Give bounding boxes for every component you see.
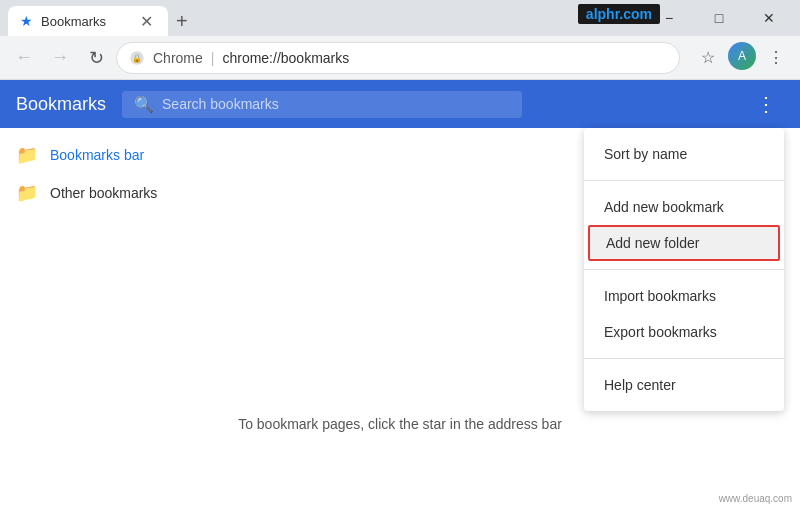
menu-divider bbox=[584, 180, 784, 181]
url-path: chrome://bookmarks bbox=[222, 50, 349, 66]
new-tab-button[interactable]: + bbox=[168, 6, 196, 36]
menu-item-add-folder[interactable]: Add new folder bbox=[588, 225, 780, 261]
lock-icon: 🔒 bbox=[129, 50, 145, 66]
folder-icon: 📁 bbox=[16, 144, 38, 166]
titlebar: ★ Bookmarks ✕ + alphr.com − □ ✕ bbox=[0, 0, 800, 36]
url-separator: | bbox=[211, 50, 215, 66]
logo-text: alphr.com bbox=[586, 6, 652, 22]
bookmarks-tab[interactable]: ★ Bookmarks ✕ bbox=[8, 6, 168, 36]
window-controls: − □ ✕ bbox=[646, 0, 792, 36]
tab-label: Bookmarks bbox=[41, 14, 106, 29]
more-options-button[interactable]: ⋮ bbox=[760, 42, 792, 74]
bookmarks-menu-button[interactable]: ⋮ bbox=[748, 86, 784, 122]
menu-item-import[interactable]: Import bookmarks bbox=[584, 278, 784, 314]
menu-item-sort-by-name[interactable]: Sort by name bbox=[584, 136, 784, 172]
bookmark-name: Bookmarks bar bbox=[50, 147, 144, 163]
url-right-icons: ☆ A ⋮ bbox=[692, 42, 792, 74]
menu-item-help[interactable]: Help center bbox=[584, 367, 784, 403]
avatar-initial: A bbox=[738, 49, 746, 63]
tab-area: ★ Bookmarks ✕ + bbox=[8, 0, 196, 36]
reload-button[interactable]: ↻ bbox=[80, 42, 112, 74]
menu-item-export[interactable]: Export bookmarks bbox=[584, 314, 784, 350]
tab-star-icon: ★ bbox=[20, 13, 33, 29]
url-bar[interactable]: 🔒 Chrome | chrome://bookmarks bbox=[116, 42, 680, 74]
close-window-button[interactable]: ✕ bbox=[746, 0, 792, 36]
svg-text:🔒: 🔒 bbox=[132, 52, 142, 62]
menu-item-add-bookmark[interactable]: Add new bookmark bbox=[584, 189, 784, 225]
watermark: www.deuaq.com bbox=[719, 493, 792, 504]
bookmarks-page-title: Bookmarks bbox=[16, 94, 106, 115]
dropdown-menu: Sort by name Add new bookmark Add new fo… bbox=[584, 128, 784, 411]
forward-button[interactable]: → bbox=[44, 42, 76, 74]
avatar[interactable]: A bbox=[728, 42, 756, 70]
center-message: To bookmark pages, click the star in the… bbox=[0, 416, 800, 432]
search-icon: 🔍 bbox=[134, 95, 154, 114]
bookmarks-header: Bookmarks 🔍 ⋮ bbox=[0, 80, 800, 128]
close-tab-button[interactable]: ✕ bbox=[136, 11, 156, 31]
addressbar: ← → ↻ 🔒 Chrome | chrome://bookmarks ☆ A … bbox=[0, 36, 800, 80]
star-button[interactable]: ☆ bbox=[692, 42, 724, 74]
alphr-logo: alphr.com bbox=[578, 4, 660, 24]
search-box[interactable]: 🔍 bbox=[122, 91, 522, 118]
menu-divider bbox=[584, 269, 784, 270]
back-button[interactable]: ← bbox=[8, 42, 40, 74]
search-input[interactable] bbox=[162, 96, 362, 112]
folder-icon: 📁 bbox=[16, 182, 38, 204]
maximize-button[interactable]: □ bbox=[696, 0, 742, 36]
chrome-label: Chrome bbox=[153, 50, 203, 66]
bookmark-name: Other bookmarks bbox=[50, 185, 157, 201]
menu-divider bbox=[584, 358, 784, 359]
